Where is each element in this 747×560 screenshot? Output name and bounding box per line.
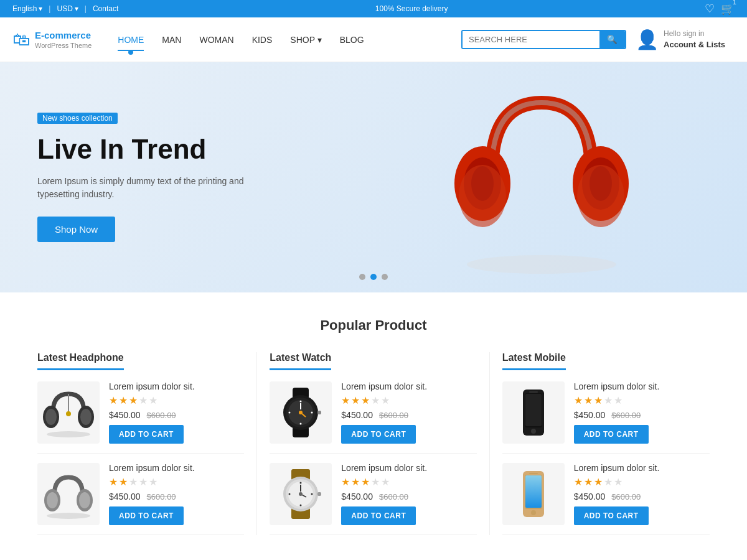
product-card: Lorem ipsum dolor sit. ★ ★ ★ ★ ★ $450.00…: [502, 454, 710, 535]
product-stars: ★ ★ ★ ★ ★: [341, 394, 476, 406]
hero-section: New shoes collection Live In Trend Lorem…: [0, 62, 747, 292]
category-watch: Latest Watch: [257, 352, 489, 535]
products-section: Popular Product Latest Headphone: [0, 292, 747, 548]
svg-point-50: [531, 429, 536, 434]
nav-blog[interactable]: BLOG: [332, 30, 372, 50]
price-original: $600.00: [147, 411, 176, 420]
svg-point-16: [47, 513, 90, 519]
secure-delivery-text: 100% Secure delivery: [118, 4, 705, 13]
hero-tag: New shoes collection: [37, 113, 118, 124]
svg-point-31: [311, 412, 313, 414]
add-to-cart-button[interactable]: ADD TO CART: [109, 506, 184, 525]
svg-rect-32: [317, 411, 321, 414]
add-to-cart-button[interactable]: ADD TO CART: [341, 506, 416, 525]
main-nav: HOME MAN WOMAN KIDS SHOP ▾ BLOG: [110, 30, 461, 50]
product-info: Lorem ipsum dolor sit. ★ ★ ★ ★ ★ $450.00…: [341, 381, 476, 444]
product-card: Lorem ipsum dolor sit. ★ ★ ★ ★ ★ $450.00…: [270, 372, 476, 454]
product-image-watch2: [270, 463, 332, 525]
product-prices: $450.00 $600.00: [109, 410, 244, 420]
svg-point-15: [66, 411, 71, 416]
category-mobile: Latest Mobile: [490, 352, 722, 535]
svg-point-6: [459, 165, 506, 227]
svg-rect-56: [529, 473, 538, 474]
svg-point-18: [47, 492, 58, 508]
product-card: Lorem ipsum dolor sit. ★ ★ ★ ★ ★ $450.00…: [502, 372, 710, 454]
price-original: $600.00: [611, 492, 641, 502]
contact-link[interactable]: Contact: [93, 4, 118, 13]
add-to-cart-button[interactable]: ADD TO CART: [574, 506, 649, 525]
nav-kids[interactable]: KIDS: [245, 30, 280, 50]
top-bar-left: English ▾ | USD ▾ | Contact: [12, 4, 118, 13]
currency-selector[interactable]: USD ▾: [57, 4, 78, 13]
carousel-dot-1[interactable]: [359, 274, 365, 280]
logo-text: E-commerce WordPress Theme: [35, 29, 92, 50]
product-info: Lorem ipsum dolor sit. ★ ★ ★ ★ ★ $450.00…: [341, 463, 476, 525]
product-stars: ★ ★ ★ ★ ★: [574, 394, 710, 406]
price-current: $450.00: [109, 492, 141, 502]
product-info: Lorem ipsum dolor sit. ★ ★ ★ ★ ★ $450.00…: [574, 381, 710, 444]
product-name: Lorem ipsum dolor sit.: [341, 381, 476, 391]
svg-point-41: [300, 482, 302, 484]
product-prices: $450.00 $600.00: [574, 410, 710, 420]
product-stars: ★ ★ ★ ★ ★: [109, 476, 244, 488]
product-name: Lorem ipsum dolor sit.: [341, 463, 476, 473]
nav-home[interactable]: HOME: [110, 30, 151, 50]
product-info: Lorem ipsum dolor sit. ★ ★ ★ ★ ★ $450.00…: [574, 463, 710, 525]
top-bar-right: ♡ 🛒 1: [705, 2, 735, 16]
divider: |: [49, 4, 50, 13]
product-stars: ★ ★ ★ ★ ★: [109, 394, 244, 406]
account[interactable]: 👤 Hello sign in Account & Lists: [636, 29, 725, 50]
price-original: $600.00: [379, 492, 408, 502]
currency-label: USD: [57, 4, 72, 13]
category-mobile-title: Latest Mobile: [502, 352, 566, 370]
nav-woman[interactable]: WOMAN: [192, 30, 241, 50]
carousel-dot-2[interactable]: [370, 274, 377, 280]
svg-point-55: [531, 510, 536, 515]
account-greeting: Hello sign in: [664, 29, 725, 39]
cart-icon[interactable]: 🛒 1: [721, 2, 735, 16]
svg-rect-51: [529, 391, 538, 393]
product-prices: $450.00 $600.00: [574, 492, 710, 502]
brand-name: E-commerce: [35, 29, 92, 42]
category-headphone: Latest Headphone Lorem: [25, 352, 257, 535]
price-current: $450.00: [109, 410, 141, 420]
nav-shop[interactable]: SHOP ▾: [283, 30, 329, 50]
product-info: Lorem ipsum dolor sit. ★ ★ ★ ★ ★ $450.00…: [109, 463, 244, 525]
price-current: $450.00: [341, 492, 373, 502]
product-name: Lorem ipsum dolor sit.: [574, 381, 710, 391]
product-stars: ★ ★ ★ ★ ★: [341, 476, 476, 488]
svg-point-7: [577, 165, 624, 227]
carousel-dot-3[interactable]: [382, 274, 388, 280]
carousel-dots: [359, 274, 388, 280]
logo[interactable]: 🛍 E-commerce WordPress Theme: [12, 29, 92, 50]
price-original: $600.00: [611, 411, 641, 420]
product-name: Lorem ipsum dolor sit.: [109, 381, 244, 391]
nav-man[interactable]: MAN: [154, 30, 189, 50]
add-to-cart-button[interactable]: ADD TO CART: [341, 425, 416, 444]
cart-badge: 1: [730, 0, 740, 7]
product-image-headphone1: [37, 381, 100, 444]
search-input[interactable]: [463, 31, 599, 48]
svg-point-9: [47, 431, 90, 437]
hero-image: [336, 62, 747, 292]
svg-point-8: [467, 255, 616, 274]
svg-point-20: [79, 492, 90, 508]
product-prices: $450.00 $600.00: [341, 410, 476, 420]
hero-content: New shoes collection Live In Trend Lorem…: [37, 113, 286, 243]
search-button[interactable]: 🔍: [599, 31, 625, 48]
product-name: Lorem ipsum dolor sit.: [109, 463, 244, 473]
shop-now-button[interactable]: Shop Now: [37, 217, 115, 242]
svg-point-11: [45, 409, 57, 425]
product-card: Lorem ipsum dolor sit. ★ ★ ★ ★ ★ $450.00…: [270, 454, 476, 535]
svg-rect-45: [317, 492, 321, 496]
add-to-cart-button[interactable]: ADD TO CART: [109, 425, 184, 444]
price-original: $600.00: [379, 411, 408, 420]
currency-arrow: ▾: [75, 4, 78, 13]
language-selector[interactable]: English ▾: [12, 4, 42, 13]
svg-point-44: [311, 493, 313, 495]
product-name: Lorem ipsum dolor sit.: [574, 463, 710, 473]
svg-rect-49: [525, 394, 542, 426]
top-bar: English ▾ | USD ▾ | Contact 100% Secure …: [0, 0, 747, 17]
wishlist-icon[interactable]: ♡: [705, 2, 715, 16]
add-to-cart-button[interactable]: ADD TO CART: [574, 425, 649, 444]
